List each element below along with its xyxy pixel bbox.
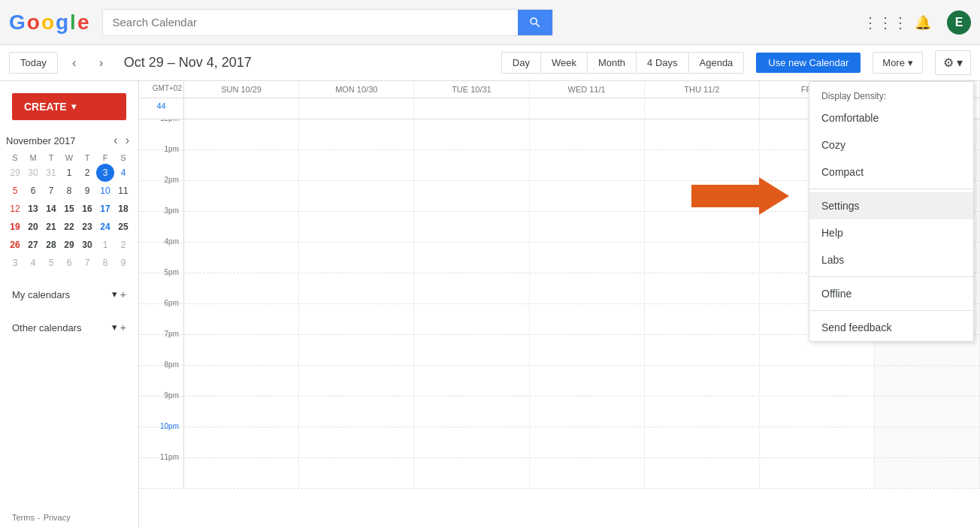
help-item[interactable]: Help — [809, 219, 973, 246]
mini-cal-day[interactable]: 8 — [96, 254, 114, 272]
time-cell[interactable] — [530, 181, 645, 211]
time-cell[interactable] — [184, 273, 299, 303]
time-cell[interactable] — [645, 427, 760, 457]
view-agenda-button[interactable]: Agenda — [688, 52, 745, 74]
mini-cal-title[interactable]: November 2017 — [6, 135, 76, 146]
density-cozy[interactable]: Cozy — [809, 131, 973, 158]
time-cell[interactable] — [645, 243, 760, 273]
time-cell[interactable] — [299, 304, 414, 334]
time-cell[interactable] — [530, 243, 645, 273]
mini-cal-day[interactable]: 21 — [42, 218, 60, 236]
time-cell[interactable] — [760, 366, 875, 396]
time-cell[interactable] — [299, 119, 414, 149]
mini-cal-day[interactable]: 15 — [60, 200, 78, 218]
view-day-button[interactable]: Day — [501, 52, 540, 74]
time-cell[interactable] — [530, 273, 645, 303]
mini-cal-day[interactable]: 1 — [60, 164, 78, 182]
time-cell[interactable] — [184, 366, 299, 396]
mini-cal-day[interactable]: 31 — [42, 164, 60, 182]
density-comfortable[interactable]: Comfortable — [809, 104, 973, 131]
time-cell[interactable] — [299, 212, 414, 242]
time-cell[interactable] — [645, 304, 760, 334]
density-compact[interactable]: Compact — [809, 158, 973, 186]
mini-cal-day[interactable]: 6 — [24, 182, 42, 200]
mini-cal-day[interactable]: 29 — [6, 164, 24, 182]
send-feedback-item[interactable]: Send feedback — [809, 314, 973, 341]
view-week-button[interactable]: Week — [540, 52, 587, 74]
time-cell[interactable] — [530, 304, 645, 334]
mini-cal-day[interactable]: 9 — [114, 254, 132, 272]
time-cell[interactable] — [530, 212, 645, 242]
create-button[interactable]: CREATE ▾ — [12, 93, 126, 120]
avatar[interactable]: E — [947, 11, 971, 35]
time-cell[interactable] — [414, 397, 529, 427]
mini-cal-day[interactable]: 19 — [6, 218, 24, 236]
mini-cal-day[interactable]: 4 — [24, 254, 42, 272]
time-cell[interactable] — [184, 212, 299, 242]
privacy-link[interactable]: Privacy — [44, 513, 71, 522]
mini-cal-day[interactable]: 5 — [42, 254, 60, 272]
time-cell[interactable] — [530, 150, 645, 180]
time-cell[interactable] — [184, 181, 299, 211]
mini-cal-day[interactable]: 2 — [78, 164, 96, 182]
time-cell[interactable] — [414, 304, 529, 334]
time-cell[interactable] — [299, 458, 414, 488]
time-cell[interactable] — [645, 273, 760, 303]
mini-cal-day[interactable]: 9 — [78, 182, 96, 200]
mini-cal-day[interactable]: 7 — [78, 254, 96, 272]
time-cell[interactable] — [414, 427, 529, 457]
time-cell[interactable] — [299, 397, 414, 427]
mini-cal-day[interactable]: 26 — [6, 236, 24, 254]
settings-item[interactable]: Settings — [809, 192, 973, 219]
time-cell[interactable] — [299, 273, 414, 303]
prev-button[interactable]: ‹ — [64, 53, 85, 74]
mini-cal-day[interactable]: 5 — [6, 182, 24, 200]
allday-thu[interactable] — [645, 98, 760, 119]
other-calendars-header[interactable]: Other calendars ▾ + — [6, 317, 132, 338]
time-cell[interactable] — [645, 397, 760, 427]
time-cell[interactable] — [530, 397, 645, 427]
my-calendars-header[interactable]: My calendars ▾ + — [6, 284, 132, 305]
time-cell[interactable] — [184, 243, 299, 273]
offline-item[interactable]: Offline — [809, 280, 973, 307]
apps-button[interactable]: ⋮⋮⋮ — [872, 9, 899, 36]
time-cell[interactable] — [760, 427, 875, 457]
mini-cal-day[interactable]: 7 — [42, 182, 60, 200]
view-4days-button[interactable]: 4 Days — [636, 52, 688, 74]
mini-cal-next[interactable]: › — [122, 132, 132, 149]
time-cell[interactable] — [414, 458, 529, 488]
time-cell[interactable] — [530, 458, 645, 488]
mini-cal-day[interactable]: 13 — [24, 200, 42, 218]
time-cell[interactable] — [875, 366, 980, 396]
time-cell[interactable] — [530, 427, 645, 457]
time-cell[interactable] — [645, 458, 760, 488]
mini-cal-day[interactable]: 20 — [24, 218, 42, 236]
next-button[interactable]: › — [91, 53, 112, 74]
time-cell[interactable] — [299, 243, 414, 273]
time-cell[interactable] — [414, 150, 529, 180]
mini-cal-day[interactable]: 14 — [42, 200, 60, 218]
allday-mon[interactable] — [299, 98, 414, 119]
terms-link[interactable]: Terms — [12, 513, 35, 522]
time-cell[interactable] — [760, 397, 875, 427]
view-month-button[interactable]: Month — [587, 52, 636, 74]
time-cell[interactable] — [184, 397, 299, 427]
time-cell[interactable] — [414, 243, 529, 273]
mini-cal-day[interactable]: 29 — [60, 236, 78, 254]
time-cell[interactable] — [184, 150, 299, 180]
time-cell[interactable] — [645, 212, 760, 242]
search-input[interactable] — [103, 10, 518, 35]
time-cell[interactable] — [645, 119, 760, 149]
mini-cal-day[interactable]: 24 — [96, 218, 114, 236]
time-cell[interactable] — [414, 212, 529, 242]
mini-cal-day[interactable]: 12 — [6, 200, 24, 218]
gear-button[interactable]: ⚙ ▾ — [935, 50, 971, 75]
time-cell[interactable] — [414, 181, 529, 211]
allday-tue[interactable] — [414, 98, 529, 119]
time-cell[interactable] — [414, 273, 529, 303]
mini-cal-day[interactable]: 16 — [78, 200, 96, 218]
time-cell[interactable] — [184, 427, 299, 457]
mini-cal-day[interactable]: 25 — [114, 218, 132, 236]
allday-wed[interactable] — [530, 98, 645, 119]
mini-cal-day[interactable]: 27 — [24, 236, 42, 254]
